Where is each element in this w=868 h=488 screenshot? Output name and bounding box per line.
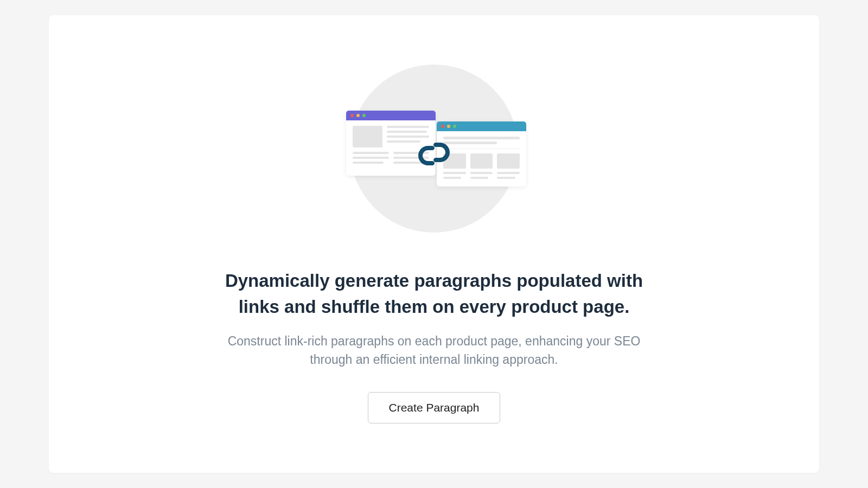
text-line-icon xyxy=(353,152,389,154)
text-line-icon xyxy=(353,157,389,159)
empty-state-headline: Dynamically generate paragraphs populate… xyxy=(212,268,656,320)
placeholder-thumb-icon xyxy=(497,153,520,169)
traffic-light-yellow-icon xyxy=(447,125,450,128)
text-line-icon xyxy=(470,177,488,179)
placeholder-thumb-icon xyxy=(470,153,493,169)
text-line-icon xyxy=(387,131,427,133)
text-line-icon xyxy=(497,177,515,179)
traffic-light-green-icon xyxy=(453,125,456,128)
empty-state-subtitle: Construct link-rich paragraphs on each p… xyxy=(222,332,646,369)
text-line-icon xyxy=(497,172,520,174)
text-line-icon xyxy=(387,126,429,128)
browser-titlebar-teal xyxy=(437,121,526,131)
text-line-icon xyxy=(470,172,493,174)
traffic-light-red-icon xyxy=(441,125,444,128)
link-pages-illustration xyxy=(336,65,532,238)
create-paragraph-button[interactable]: Create Paragraph xyxy=(368,392,501,423)
text-line-icon xyxy=(443,177,461,179)
empty-state-card: Dynamically generate paragraphs populate… xyxy=(49,15,819,473)
browser-titlebar-purple xyxy=(346,111,436,120)
text-line-icon xyxy=(353,162,384,164)
placeholder-image-icon xyxy=(353,126,382,147)
traffic-light-green-icon xyxy=(362,114,366,117)
chain-link-icon xyxy=(412,138,456,172)
traffic-light-red-icon xyxy=(350,114,354,117)
traffic-light-yellow-icon xyxy=(356,114,360,117)
